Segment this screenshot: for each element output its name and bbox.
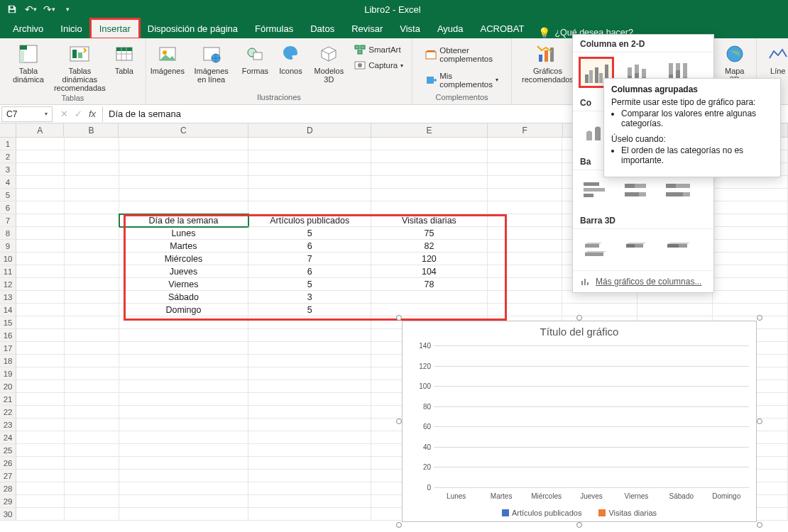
- cell[interactable]: [65, 342, 119, 355]
- cell[interactable]: [488, 227, 563, 240]
- cell[interactable]: [16, 227, 65, 240]
- cell[interactable]: [248, 406, 371, 419]
- cell[interactable]: 7: [248, 253, 371, 265]
- row-header[interactable]: 10: [0, 253, 16, 265]
- cell[interactable]: 5: [248, 278, 371, 291]
- row-header[interactable]: 16: [0, 329, 16, 342]
- cell[interactable]: Día de la semana: [119, 214, 249, 227]
- cell[interactable]: [371, 304, 487, 316]
- cell[interactable]: 78: [371, 278, 487, 291]
- row-header[interactable]: 1: [0, 138, 16, 150]
- cell[interactable]: [562, 304, 637, 316]
- cell[interactable]: [65, 444, 119, 457]
- cell[interactable]: [65, 214, 119, 227]
- cell[interactable]: [248, 355, 371, 367]
- cell[interactable]: [248, 380, 371, 393]
- row-header[interactable]: 4: [0, 176, 16, 189]
- cell[interactable]: [713, 201, 788, 214]
- shapes-button[interactable]: Formas: [239, 41, 270, 77]
- cell[interactable]: [16, 240, 65, 253]
- cell[interactable]: [119, 316, 249, 329]
- cell[interactable]: [16, 431, 65, 444]
- cell[interactable]: [248, 201, 371, 214]
- cell[interactable]: [119, 355, 249, 367]
- chart-legend[interactable]: Artículos publicados Visitas diarias: [403, 509, 756, 517]
- cell[interactable]: [248, 329, 371, 342]
- cell[interactable]: [248, 431, 371, 444]
- cell[interactable]: [488, 201, 563, 214]
- cell[interactable]: [371, 201, 487, 214]
- cell[interactable]: [248, 393, 371, 406]
- tab-inicio[interactable]: Inicio: [52, 19, 90, 38]
- row-header[interactable]: 7: [0, 214, 16, 227]
- cell[interactable]: 6: [248, 265, 371, 278]
- tab-file[interactable]: Archivo: [4, 19, 52, 38]
- cell[interactable]: 5: [248, 227, 371, 240]
- row-header[interactable]: 25: [0, 444, 16, 457]
- col-header[interactable]: B: [64, 123, 119, 137]
- cell[interactable]: [16, 457, 65, 470]
- row-header[interactable]: 6: [0, 201, 16, 214]
- cell[interactable]: [65, 380, 119, 393]
- cell[interactable]: Miércoles: [119, 253, 249, 265]
- cell[interactable]: [119, 457, 249, 470]
- row-header[interactable]: 24: [0, 431, 16, 444]
- get-addins-button[interactable]: Obtener complementos: [422, 45, 501, 65]
- cell[interactable]: [16, 482, 65, 495]
- cell[interactable]: [65, 316, 119, 329]
- cell[interactable]: Domingo: [119, 304, 249, 316]
- cell[interactable]: [16, 253, 65, 265]
- cell[interactable]: [65, 329, 119, 342]
- tab-formulas[interactable]: Fórmulas: [246, 19, 302, 38]
- cell[interactable]: Lunes: [119, 227, 249, 240]
- cell[interactable]: [65, 495, 119, 508]
- clustered-bar-option[interactable]: [580, 176, 613, 204]
- cell[interactable]: [488, 291, 563, 304]
- stacked100-bar-option[interactable]: [662, 176, 695, 204]
- cell[interactable]: [248, 508, 371, 521]
- tab-disposicion[interactable]: Disposición de página: [139, 19, 246, 38]
- chart-title[interactable]: Título del gráfico: [403, 321, 756, 340]
- cell[interactable]: [248, 444, 371, 457]
- fx-icon[interactable]: fx: [87, 109, 98, 120]
- cell[interactable]: [488, 189, 563, 201]
- cell[interactable]: [248, 316, 371, 329]
- cell[interactable]: [371, 291, 487, 304]
- cell[interactable]: [488, 304, 563, 316]
- cell[interactable]: [371, 163, 487, 176]
- pivottable-button[interactable]: Tabla dinámica: [6, 41, 51, 85]
- cell[interactable]: [248, 482, 371, 495]
- cell[interactable]: [16, 291, 65, 304]
- cell[interactable]: [16, 189, 65, 201]
- cell[interactable]: [713, 214, 788, 227]
- table-button[interactable]: Tabla: [109, 41, 140, 77]
- row-header[interactable]: 28: [0, 482, 16, 495]
- cell[interactable]: [16, 176, 65, 189]
- cell[interactable]: [65, 419, 119, 431]
- cell[interactable]: [488, 163, 563, 176]
- 3d-stacked100-bar-option[interactable]: [662, 235, 695, 263]
- smartart-button[interactable]: SmartArt: [351, 43, 406, 57]
- cell[interactable]: [65, 291, 119, 304]
- my-addins-button[interactable]: Mis complementos ▾: [422, 70, 501, 90]
- cell[interactable]: [488, 253, 563, 265]
- cell[interactable]: 5: [248, 304, 371, 316]
- cell[interactable]: [16, 278, 65, 291]
- row-header[interactable]: 30: [0, 508, 16, 521]
- cell[interactable]: Martes: [119, 240, 249, 253]
- cell[interactable]: [119, 444, 249, 457]
- cell[interactable]: [713, 189, 788, 201]
- cell[interactable]: [65, 431, 119, 444]
- cell[interactable]: [16, 355, 65, 367]
- online-images-button[interactable]: Imágenes en línea: [187, 41, 236, 85]
- stacked-bar-option[interactable]: [621, 176, 654, 204]
- undo-icon[interactable]: ↶▾: [23, 1, 38, 17]
- row-header[interactable]: 27: [0, 470, 16, 482]
- cell[interactable]: [65, 253, 119, 265]
- cell[interactable]: [65, 393, 119, 406]
- cell[interactable]: [119, 150, 249, 163]
- col-header[interactable]: C: [119, 123, 248, 137]
- cell[interactable]: [488, 214, 563, 227]
- cell[interactable]: [16, 150, 65, 163]
- cell[interactable]: [119, 138, 249, 150]
